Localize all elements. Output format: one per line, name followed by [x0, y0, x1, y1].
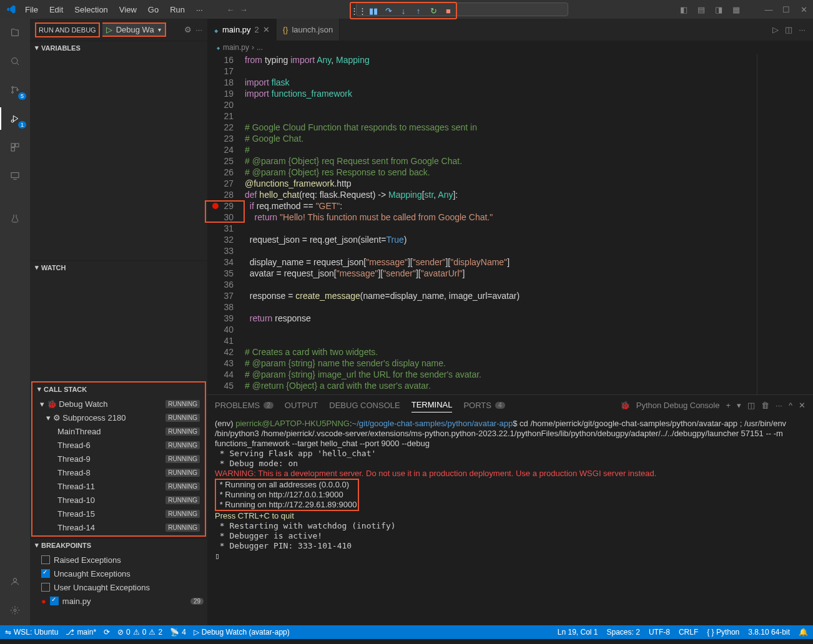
terminal[interactable]: (env) pierrick@LAPTOP-HKU5PNNG:~/git/goo…: [207, 415, 813, 625]
run-debug-icon[interactable]: 1: [6, 110, 24, 127]
new-terminal-icon[interactable]: +: [726, 401, 731, 410]
callstack-session[interactable]: ▾ 🐞 Debug WatchRUNNING: [32, 397, 205, 411]
breakpoint-option[interactable]: Uncaught Exceptions: [30, 567, 207, 580]
callstack-thread[interactable]: MainThreadRUNNING: [32, 424, 205, 438]
callstack-subprocess[interactable]: ▾ ⚙ Subprocess 2180RUNNING: [32, 411, 205, 424]
more-icon[interactable]: ···: [195, 25, 202, 34]
debug-config-name: Debug Wa: [116, 25, 154, 34]
close-icon[interactable]: ✕: [797, 5, 811, 14]
breakpoint-option[interactable]: User Uncaught Exceptions: [30, 580, 207, 594]
breakpoint-file[interactable]: ●main.py29: [30, 594, 207, 608]
python-interpreter[interactable]: 3.8.10 64-bit: [748, 628, 790, 637]
debug-status[interactable]: ▷ Debug Watch (avatar-app): [194, 628, 290, 637]
toggle-panel-icon[interactable]: ▤: [694, 5, 708, 14]
notifications-icon[interactable]: 🔔: [799, 628, 808, 637]
menu-bar: File Edit Selection View Go Run ···: [20, 2, 208, 17]
code-editor[interactable]: 1617181920212223242526272829303132333435…: [207, 54, 813, 394]
callstack-thread[interactable]: Thread-6RUNNING: [32, 438, 205, 452]
panel-tab-output[interactable]: OUTPUT: [285, 398, 318, 412]
tab-launch-json[interactable]: {} launch.json: [277, 19, 340, 41]
callstack-thread[interactable]: Thread-15RUNNING: [32, 507, 205, 520]
extensions-icon[interactable]: [6, 139, 24, 156]
panel-tab-debug console[interactable]: DEBUG CONSOLE: [329, 398, 400, 412]
watch-section-header[interactable]: ▾WATCH: [30, 261, 207, 274]
remote-indicator[interactable]: ⇋ WSL: Ubuntu: [5, 628, 58, 637]
checkbox[interactable]: [41, 569, 50, 578]
svg-point-9: [13, 578, 16, 582]
minimize-icon[interactable]: —: [762, 5, 776, 14]
maximize-icon[interactable]: ☐: [779, 5, 793, 14]
debug-config-picker[interactable]: ▷ Debug Wa ▾: [102, 22, 166, 37]
breakpoint-dot[interactable]: [212, 203, 219, 209]
menu-file[interactable]: File: [20, 2, 43, 17]
accounts-icon[interactable]: [6, 573, 24, 590]
step-into-icon[interactable]: ↓: [397, 4, 410, 17]
checkbox[interactable]: [41, 555, 50, 564]
modified-badge: 2: [255, 25, 259, 34]
more-icon[interactable]: ···: [776, 401, 782, 410]
menu-selection[interactable]: Selection: [69, 2, 112, 17]
menu-run[interactable]: Run: [165, 2, 190, 17]
breakpoints-section-header[interactable]: ▾BREAKPOINTS: [30, 539, 207, 552]
run-icon[interactable]: ▷: [772, 25, 779, 34]
search-icon[interactable]: [6, 52, 24, 70]
terminal-select[interactable]: Python Debug Console: [636, 401, 720, 410]
git-branch[interactable]: ⎇ main*: [66, 628, 96, 637]
panel-tab-terminal[interactable]: TERMINAL: [411, 398, 453, 412]
python-file-icon: ⬥: [214, 25, 219, 35]
source-control-icon[interactable]: 5: [6, 81, 24, 99]
more-icon[interactable]: ···: [799, 25, 806, 34]
explorer-icon[interactable]: [6, 24, 24, 41]
problems-status[interactable]: ⊘0 ⚠0 ⚠2: [117, 628, 162, 637]
callstack-thread[interactable]: Thread-9RUNNING: [32, 452, 205, 466]
maximize-panel-icon[interactable]: ^: [789, 401, 792, 410]
callstack-thread[interactable]: Thread-10RUNNING: [32, 493, 205, 507]
variables-section-header[interactable]: ▾VARIABLES: [30, 41, 207, 54]
nav-fwd-icon[interactable]: →: [240, 5, 248, 14]
checkbox[interactable]: [41, 583, 50, 592]
grip-icon[interactable]: ⋮⋮: [352, 4, 365, 17]
toggle-secondary-sidebar-icon[interactable]: ◨: [712, 5, 726, 14]
eol[interactable]: CRLF: [679, 628, 698, 637]
callstack-section-header[interactable]: ▾CALL STACK: [32, 383, 205, 396]
sync-icon[interactable]: ⟳: [104, 628, 110, 637]
checkbox[interactable]: [50, 597, 59, 605]
debug-settings-icon[interactable]: ⚙: [184, 25, 192, 34]
menu-view[interactable]: View: [114, 2, 142, 17]
nav-back-icon[interactable]: ←: [227, 5, 235, 14]
start-debug-icon[interactable]: ▷: [106, 25, 112, 34]
chevron-down-icon[interactable]: ▾: [737, 401, 741, 410]
menu-edit[interactable]: Edit: [44, 2, 68, 17]
breakpoint-option[interactable]: Raised Exceptions: [30, 553, 207, 567]
language-mode[interactable]: { } Python: [707, 628, 739, 637]
testing-icon[interactable]: [6, 210, 24, 227]
cursor-position[interactable]: Ln 19, Col 1: [558, 628, 598, 637]
remote-explorer-icon[interactable]: [6, 167, 24, 185]
split-terminal-icon[interactable]: ◫: [747, 401, 755, 410]
minimap[interactable]: [757, 54, 813, 394]
close-panel-icon[interactable]: ✕: [799, 401, 806, 410]
split-editor-icon[interactable]: ◫: [785, 25, 792, 34]
stop-icon[interactable]: ■: [442, 4, 455, 17]
encoding[interactable]: UTF-8: [649, 628, 670, 637]
breadcrumb[interactable]: ⬥ main.py › ...: [207, 41, 813, 54]
menu-go[interactable]: Go: [143, 2, 164, 17]
indentation[interactable]: Spaces: 2: [607, 628, 640, 637]
restart-icon[interactable]: ↻: [427, 4, 440, 17]
kill-terminal-icon[interactable]: 🗑: [761, 401, 769, 410]
step-over-icon[interactable]: ↷: [382, 4, 395, 17]
settings-icon[interactable]: [6, 602, 24, 619]
panel-tab-problems[interactable]: PROBLEMS2: [215, 398, 273, 412]
close-icon[interactable]: ✕: [263, 25, 270, 34]
ports-status[interactable]: 📡 4: [170, 628, 186, 637]
panel-tab-ports[interactable]: PORTS4: [463, 398, 505, 412]
callstack-thread[interactable]: Thread-11RUNNING: [32, 479, 205, 493]
customize-layout-icon[interactable]: ▦: [729, 5, 743, 14]
callstack-thread[interactable]: Thread-14RUNNING: [32, 520, 205, 534]
toggle-primary-sidebar-icon[interactable]: ◧: [677, 5, 691, 14]
menu-more[interactable]: ···: [191, 2, 208, 17]
step-out-icon[interactable]: ↑: [412, 4, 425, 17]
tab-main-py[interactable]: ⬥ main.py 2 ✕: [207, 19, 277, 41]
callstack-thread[interactable]: Thread-8RUNNING: [32, 466, 205, 479]
pause-icon[interactable]: ▮▮: [367, 4, 380, 17]
